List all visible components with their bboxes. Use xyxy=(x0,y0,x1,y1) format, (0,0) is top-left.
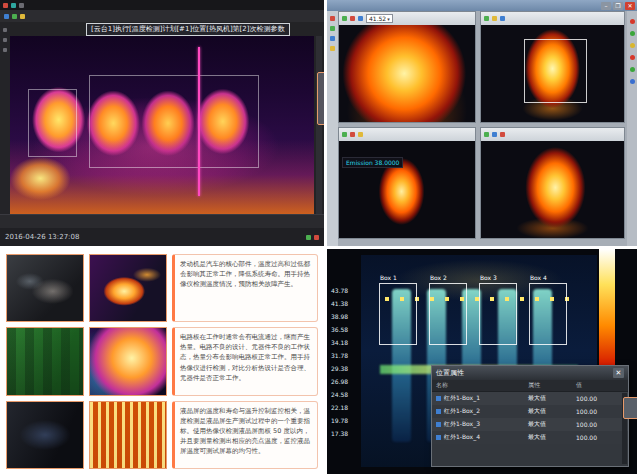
temperature-scale: 43.78 41.38 38.98 36.58 34.18 31.78 29.3… xyxy=(331,285,359,440)
measurement-box[interactable] xyxy=(28,89,77,157)
measurement-box[interactable] xyxy=(89,75,259,168)
capture-icon[interactable] xyxy=(20,14,25,19)
thermal-panel-3: Emission 38.0000 xyxy=(338,127,476,239)
play-icon[interactable] xyxy=(342,16,347,21)
multi-view-thermal-app: – ❐ ✕ 41.52 ▾ xyxy=(327,0,637,246)
screenshot-collage: [云台1]执行[温度检测]计划[#1]位置[热风机]第[2]次检测参数 2016… xyxy=(0,0,637,474)
tool-icon[interactable] xyxy=(330,36,335,41)
alarm-indicator xyxy=(630,19,635,24)
thermal-image: Emission 38.0000 xyxy=(339,141,475,238)
warn-indicator xyxy=(630,43,635,48)
box-label: Box 4 xyxy=(530,274,547,281)
tool-icon[interactable] xyxy=(330,46,335,51)
close-icon[interactable]: ✕ xyxy=(613,368,624,378)
table-row[interactable]: 红外1-Box_2 最大值 100.00 xyxy=(432,405,628,418)
scale-value: 41.38 xyxy=(331,298,359,310)
side-toolbar xyxy=(327,11,338,246)
thermal-monitor-app: [云台1]执行[温度检测]计划[#1]位置[热风机]第[2]次检测参数 2016… xyxy=(0,0,324,246)
table-row[interactable]: 红外1-Box_1 最大值 100.00 xyxy=(432,392,628,405)
row-marker-icon xyxy=(436,435,441,440)
doc-paragraph: 液晶屏的温度和寿命与温升控制监控相关，温度检测是液晶屏生产测试过程中的一个重要指… xyxy=(172,401,318,469)
settings-icon[interactable] xyxy=(358,16,363,21)
column-header: 名称 xyxy=(432,381,528,390)
status-indicators xyxy=(306,235,319,240)
tool-icon[interactable] xyxy=(330,16,335,21)
row-attr: 最大值 xyxy=(528,407,576,416)
record-icon[interactable] xyxy=(350,132,355,137)
measurement-box[interactable]: Box 2 xyxy=(429,283,467,345)
scale-value: 31.78 xyxy=(331,350,359,362)
ok-indicator xyxy=(630,31,635,36)
lcd-thermal-image xyxy=(89,401,167,469)
pcb-thermal-image xyxy=(89,327,167,395)
table-body: 红外1-Box_1 最大值 100.00 红外1-Box_2 最大值 100.0… xyxy=(432,392,628,444)
row-value: 100.00 xyxy=(576,434,616,441)
doc-row-lcd: 液晶屏的温度和寿命与温升控制监控相关，温度检测是液晶屏生产测试过程中的一个重要指… xyxy=(6,401,318,469)
measurement-box[interactable]: Box 3 xyxy=(479,283,517,345)
color-scale-bar xyxy=(599,249,615,367)
measurement-box[interactable]: Box 4 xyxy=(529,283,567,345)
record-icon[interactable] xyxy=(350,16,355,21)
row-value: 100.00 xyxy=(576,395,616,402)
menu-icon[interactable] xyxy=(19,3,24,8)
scale-value: 36.58 xyxy=(331,324,359,336)
panel-toolbar xyxy=(481,12,624,25)
row-name: 红外1-Box_4 xyxy=(444,433,480,442)
vertical-scrollbar[interactable] xyxy=(316,36,322,214)
play-icon[interactable] xyxy=(484,132,489,137)
measurement-box[interactable] xyxy=(524,39,587,103)
close-icon[interactable]: ✕ xyxy=(625,2,635,10)
status-timestamp: 2016-04-26 13:27:08 xyxy=(5,233,79,241)
row-attr: 最大值 xyxy=(528,433,576,442)
tool-icon[interactable] xyxy=(3,38,7,42)
scale-value: 24.58 xyxy=(331,389,359,401)
settings-icon[interactable] xyxy=(492,132,497,137)
scrollbar-thumb[interactable] xyxy=(317,72,324,125)
doc-row-engine: 发动机是汽车的核心部件，温度过高和过低都会影响其正常工作，降低系统寿命。用手持热… xyxy=(6,254,318,322)
doc-paragraph: 发动机是汽车的核心部件，温度过高和过低都会影响其正常工作，降低系统寿命。用手持热… xyxy=(172,254,318,322)
row-value: 100.00 xyxy=(576,408,616,415)
panel-toolbar: 41.52 ▾ xyxy=(339,12,475,25)
measurement-box[interactable]: Box 1 xyxy=(379,283,417,345)
doc-row-pcb: 电路板在工作时通常会有电流通过，继而产生热量。电路不良的设计、元器件不良的工作状… xyxy=(6,327,318,395)
scale-value: 38.98 xyxy=(331,311,359,323)
ok-indicator xyxy=(630,67,635,72)
table-header: 名称 属性 值 xyxy=(432,380,628,392)
play-icon[interactable] xyxy=(342,132,347,137)
settings-icon[interactable] xyxy=(500,16,505,21)
toolbar xyxy=(0,10,324,22)
table-row[interactable]: 红外1-Box_3 最大值 100.00 xyxy=(432,418,628,431)
range-combo[interactable]: 41.52 ▾ xyxy=(366,14,393,23)
play-icon[interactable] xyxy=(12,14,17,19)
table-row[interactable]: 红外1-Box_4 最大值 100.00 xyxy=(432,431,628,444)
row-attr: 最大值 xyxy=(528,394,576,403)
scan-cursor-line[interactable] xyxy=(198,47,200,197)
scrollbar-thumb[interactable] xyxy=(623,397,637,419)
box-label: Box 2 xyxy=(430,274,447,281)
timeline-bar[interactable] xyxy=(0,214,324,228)
play-icon[interactable] xyxy=(484,16,489,21)
tool-icon[interactable] xyxy=(3,48,7,52)
dialog-titlebar[interactable]: 位置属性 ✕ xyxy=(432,366,628,380)
row-marker-icon xyxy=(436,422,441,427)
record-icon[interactable] xyxy=(11,3,16,8)
use-cases-document: 发动机是汽车的核心部件，温度过高和过低都会影响其正常工作，降低系统寿命。用手持热… xyxy=(0,249,324,474)
record-icon[interactable] xyxy=(500,132,505,137)
tool-icon[interactable] xyxy=(330,26,335,31)
dialog-scrollbar[interactable] xyxy=(622,393,627,464)
emissivity-readout: Emission 38.0000 xyxy=(342,157,403,168)
row-name: 红外1-Box_3 xyxy=(444,420,480,429)
maximize-icon[interactable]: ❐ xyxy=(613,2,623,10)
row-attr: 最大值 xyxy=(528,420,576,429)
titlebar xyxy=(0,0,324,10)
row-marker-icon xyxy=(436,409,441,414)
status-ok-icon xyxy=(306,235,311,240)
row-name: 红外1-Box_2 xyxy=(444,407,480,416)
capture-icon[interactable] xyxy=(358,132,363,137)
minimize-icon[interactable]: – xyxy=(601,2,611,10)
tool-icon[interactable] xyxy=(3,28,7,32)
connect-icon[interactable] xyxy=(4,14,9,19)
capture-icon[interactable] xyxy=(492,16,497,21)
window-titlebar: – ❐ ✕ xyxy=(327,0,637,11)
scale-value: 29.38 xyxy=(331,363,359,375)
